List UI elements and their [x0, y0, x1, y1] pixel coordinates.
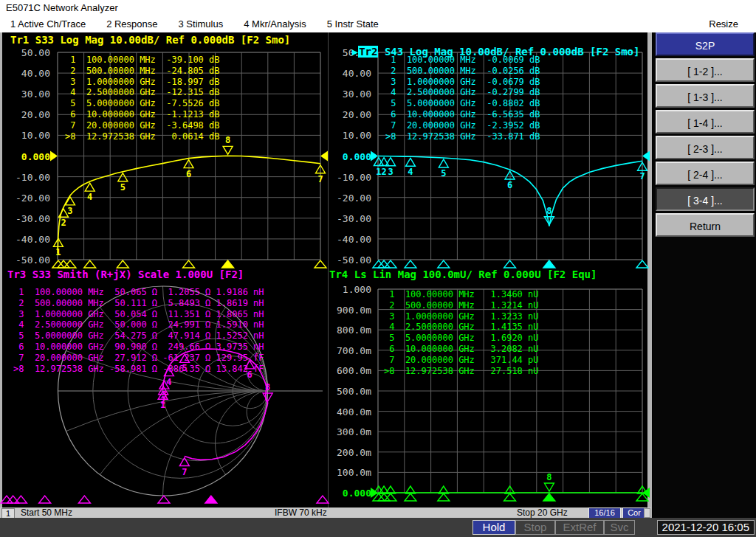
marker-stimulus-indicator: [52, 260, 64, 268]
marker-number: 6: [186, 169, 191, 179]
marker-stimulus-indicator: [7, 496, 19, 503]
marker-row-2: 2 500.00000 MHz -24.805 dB: [65, 66, 220, 77]
axis-tick-label: 1.000: [343, 284, 371, 295]
tr1-trace: [58, 156, 320, 253]
marker-number: 3: [388, 167, 393, 177]
marker-number: 8: [546, 206, 551, 216]
marker-row-7: 7 20.000000 GHz -2.3952 dB: [385, 120, 540, 131]
smith-r-circle: [233, 373, 267, 408]
tr1-marker-table: 1 100.00000 MHz -39.100 dB 2 500.00000 M…: [65, 55, 220, 142]
tr3-marker-1: [158, 391, 168, 399]
marker-row-2: 2 500.00000 MHz 50.111 Ω 5.8493 Ω 1.8619…: [13, 298, 264, 309]
marker-row-3: 3 1.0000000 GHz 50.054 Ω 11.351 Ω 1.8065…: [13, 309, 264, 320]
axis-tick-label: 30.00: [343, 89, 371, 100]
marker-stimulus-indicator: [504, 260, 516, 268]
axis-tick-label: -50.00: [337, 254, 371, 266]
marker-stimulus-indicator: [438, 260, 450, 268]
tr4-marker-2: [379, 486, 389, 493]
marker-number: 3: [67, 206, 72, 216]
axis-tick-label: -50.00: [16, 254, 50, 266]
tr2-marker-7: [638, 162, 647, 170]
marker-row-5: 5 5.0000000 GHz 54.275 Ω 47.914 Ω 1.5252…: [13, 330, 264, 342]
tr4-marker-table: 1 100.00000 MHz 1.3460 nU 2 500.00000 MH…: [384, 289, 539, 376]
marker-row-8: >8 12.972538 GHz -58.981 Ω -886.35 Ω 13.…: [13, 364, 264, 375]
marker-number: 1: [376, 167, 381, 177]
marker-number: 8: [265, 382, 270, 392]
menu-item-1[interactable]: 1 Active Ch/Trace: [0, 16, 96, 32]
tr4-marker-4: [405, 486, 415, 493]
hold-indicator: Hold: [472, 520, 515, 535]
marker-row-5: 5 5.0000000 GHz 1.6920 nU: [384, 333, 539, 344]
tr3-marker-2: [159, 387, 168, 395]
marker-stimulus-indicator: [1, 496, 13, 503]
marker-stimulus-indicator: [636, 493, 648, 501]
marker-number: 1: [160, 400, 165, 410]
softkey-1-2[interactable]: [ 1-2 ]...: [656, 58, 755, 82]
tr3-marker-table: 1 100.00000 MHz 50.065 Ω 1.2055 Ω 1.9186…: [13, 287, 264, 374]
marker-row-1: 1 100.00000 MHz -39.100 dB: [65, 55, 220, 66]
marker-number: 7: [317, 174, 323, 184]
tr2-marker-8: [544, 217, 554, 225]
active-trace-arrow-icon: ▶: [352, 46, 358, 58]
tr2-badge: Tr2: [358, 46, 378, 58]
marker-row-4: 4 2.5000000 GHz 1.4135 nU: [384, 322, 539, 333]
axis-tick-label: 200.0m: [337, 447, 371, 458]
tr2-marker-5: [439, 159, 448, 167]
axis-tick-label: 20.00: [343, 109, 371, 120]
tr4-marker-5: [439, 486, 448, 493]
marker-row-6: 6 10.000000 GHz 3.2082 nU: [384, 344, 539, 355]
marker-row-4: 4 2.5000000 GHz -0.2799 dB: [385, 87, 540, 98]
tr2-marker-2: [379, 158, 389, 166]
softkey-1-3[interactable]: [ 1-3 ]...: [656, 84, 755, 108]
softkey-1-4[interactable]: [ 1-4 ]...: [656, 110, 755, 134]
softkey-s2p[interactable]: S2P: [656, 32, 755, 56]
marker-stimulus-indicator: [222, 260, 234, 268]
status-bar: 1 Start 50 MHz IFBW 70 kHz Stop 20 GHz 1…: [0, 507, 651, 518]
marker-number: 5: [441, 168, 446, 179]
menu-item-3[interactable]: 3 Stimulus: [168, 16, 234, 32]
tr3-marker-7: [179, 458, 189, 466]
smith-x-arc: [216, 391, 320, 496]
marker-stimulus-indicator: [39, 496, 51, 503]
marker-stimulus-indicator: [438, 493, 450, 501]
marker-number: 8: [546, 472, 551, 482]
marker-row-3: 3 1.0000000 GHz 1.3233 nU: [384, 311, 539, 322]
softkey-return[interactable]: Return: [656, 213, 755, 237]
menu-item-2[interactable]: 2 Response: [96, 16, 168, 32]
axis-tick-label: 700.0m: [337, 345, 371, 356]
marker-row-6: 6 10.000000 GHz -1.1213 dB: [65, 109, 220, 120]
softkey-sidebar: S2P [ 1-2 ]...[ 1-3 ]...[ 1-4 ]...[ 2-3 …: [653, 32, 756, 518]
marker-stimulus-indicator: [405, 493, 416, 501]
menu-item-4[interactable]: 4 Mkr/Analysis: [233, 16, 317, 32]
marker-stimulus-indicator: [58, 260, 69, 268]
marker-row-5: 5 5.0000000 GHz -7.5526 dB: [65, 98, 220, 109]
marker-stimulus-indicator: [317, 496, 329, 503]
softkey-3-4[interactable]: [ 3-4 ]...: [656, 187, 755, 211]
ref-level-arrow-left: [50, 151, 58, 162]
tr1-title: Tr1 S33 Log Mag 10.00dB/ Ref 0.000dB [F2…: [10, 34, 290, 46]
ref-level-arrow-left: [371, 151, 378, 162]
axis-tick-label: -10.00: [337, 172, 371, 183]
tr1-marker-1: [53, 238, 63, 246]
marker-row-7: 7 20.000000 GHz -3.6498 dB: [65, 120, 220, 131]
tr1-marker-4: [85, 183, 94, 191]
sweep-count-badge: 16/16: [588, 507, 621, 519]
resize-button[interactable]: Resize: [698, 16, 749, 32]
marker-row-8: >8 12.972538 GHz 0.0614 dB: [65, 131, 220, 142]
axis-tick-label: 10.00: [343, 130, 371, 141]
softkey-2-3[interactable]: [ 2-3 ]...: [656, 136, 755, 159]
marker-row-5: 5 5.0000000 GHz -0.8802 dB: [385, 98, 540, 109]
marker-number: 8: [225, 135, 230, 145]
axis-tick-label: 0.000: [343, 488, 371, 499]
tr1-marker-7: [316, 165, 326, 173]
marker-row-8: >8 12.972538 GHz -33.871 dB: [385, 131, 540, 142]
tr4-title: Tr4 Ls Lin Mag 100.0mU/ Ref 0.000U [F2 E…: [329, 268, 597, 280]
marker-row-8: >8 12.972538 GHz 27.518 nU: [384, 366, 539, 377]
ref-level-arrow-right: [320, 151, 328, 162]
softkey-2-4[interactable]: [ 2-4 ]...: [656, 162, 755, 185]
tr3-marker-3: [159, 381, 169, 389]
menu-item-5[interactable]: 5 Instr State: [317, 16, 389, 32]
marker-row-7: 7 20.000000 GHz 371.44 pU: [384, 355, 539, 366]
quadrant-divider: [328, 32, 329, 507]
marker-number: 2: [381, 167, 386, 177]
